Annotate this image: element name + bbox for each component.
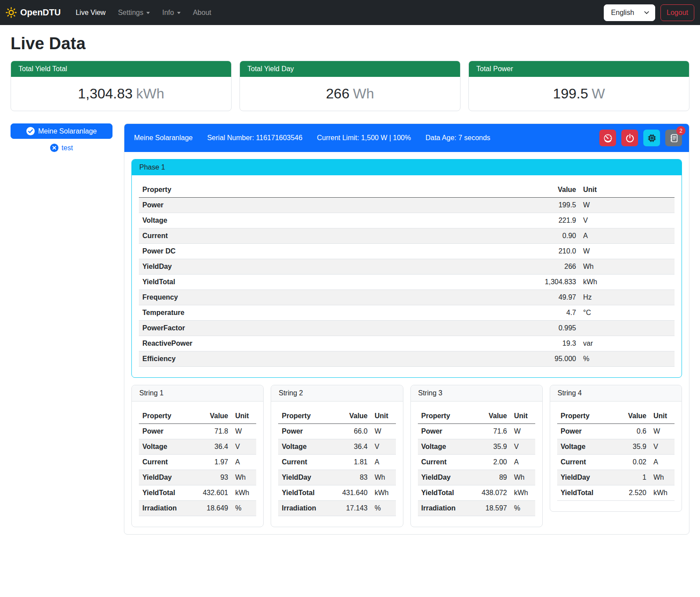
string-card-title: String 1 — [132, 385, 263, 402]
column-header-value: Value — [191, 409, 232, 424]
property-cell: Power DC — [139, 244, 527, 259]
string-table: Property Value Unit Power71.6WVoltage35.… — [418, 409, 535, 516]
unit-cell: kWh — [580, 275, 675, 290]
value-cell: 95.000 — [527, 351, 580, 367]
table-row: Power66.0W — [278, 424, 395, 439]
unit-cell: V — [511, 439, 535, 455]
unit-cell: kWh — [650, 485, 675, 501]
table-row: Voltage36.4V — [139, 439, 256, 455]
table-row: YieldTotal2.520kWh — [557, 485, 675, 501]
column-header-property: Property — [278, 409, 330, 424]
power-control-button[interactable] — [621, 130, 638, 146]
inverter-select-button-test[interactable]: test — [11, 144, 112, 152]
property-cell: Temperature — [139, 305, 527, 321]
value-cell: 0.90 — [527, 228, 580, 244]
navbar-right: English Logout — [604, 4, 694, 21]
column-header-unit: Unit — [232, 409, 256, 424]
unit-cell: kWh — [371, 485, 396, 501]
nav-item-about[interactable]: About — [187, 5, 218, 20]
table-row: Irradiation18.649% — [139, 501, 256, 516]
unit-cell: V — [580, 213, 675, 228]
property-cell: Power — [139, 424, 191, 439]
brand[interactable]: OpenDTU — [6, 7, 61, 18]
property-cell: Voltage — [139, 439, 191, 455]
table-row: YieldTotal438.072kWh — [418, 485, 535, 501]
unit-cell: °C — [580, 305, 675, 321]
table-header-row: Property Value Unit — [139, 182, 675, 198]
value-cell: 431.640 — [331, 485, 371, 501]
table-row: Current1.81A — [278, 455, 395, 470]
string-card-title: String 3 — [411, 385, 542, 402]
property-cell: Current — [557, 455, 609, 470]
summary-card-body: 266Wh — [240, 77, 460, 111]
limit-settings-button[interactable] — [599, 130, 616, 146]
inverter-panel-body: Phase 1 Property Value Unit Power199.5WV… — [124, 152, 689, 534]
top-navbar: OpenDTU Live View Settings Info About En… — [0, 0, 700, 25]
summary-card-title: Total Power — [469, 61, 689, 77]
value-cell: 71.6 — [470, 424, 511, 439]
unit-cell: Wh — [650, 470, 675, 485]
inverter-name-label: Meine Solaranlage — [38, 127, 97, 135]
table-row: Power199.5W — [139, 198, 675, 213]
summary-unit: kWh — [136, 86, 164, 101]
device-info-button[interactable] — [643, 130, 660, 146]
unit-cell: % — [371, 501, 396, 516]
unit-cell: A — [580, 228, 675, 244]
nav-item-settings[interactable]: Settings — [112, 5, 156, 20]
table-row: Current0.90A — [139, 228, 675, 244]
unit-cell: W — [371, 424, 396, 439]
string-card-title: String 4 — [550, 385, 682, 402]
property-cell: YieldTotal — [139, 485, 191, 501]
column-header-property: Property — [139, 409, 191, 424]
nav-item-info[interactable]: Info — [156, 5, 187, 20]
table-header-row: Property Value Unit — [557, 409, 675, 424]
property-cell: YieldDay — [139, 259, 527, 275]
property-cell: Efficiency — [139, 351, 527, 367]
table-row: YieldDay93Wh — [139, 470, 256, 485]
property-cell: YieldTotal — [557, 485, 609, 501]
power-icon — [625, 134, 635, 143]
value-cell: 0.995 — [527, 321, 580, 336]
inverter-name-label: test — [62, 144, 73, 152]
inverter-select-button-selected[interactable]: Meine Solaranlage — [11, 123, 112, 139]
language-select[interactable]: English — [604, 4, 655, 21]
nav-links: Live View Settings Info About — [69, 5, 218, 20]
brand-label: OpenDTU — [20, 7, 61, 18]
property-cell: Power — [278, 424, 330, 439]
value-cell: 17.143 — [331, 501, 371, 516]
event-count-badge: 2 — [676, 126, 685, 135]
event-log-button[interactable]: 2 — [665, 130, 682, 146]
unit-cell — [580, 321, 675, 336]
table-row: Frequency49.97Hz — [139, 290, 675, 305]
logout-button[interactable]: Logout — [660, 4, 694, 21]
value-cell: 1.97 — [191, 455, 232, 470]
unit-cell: W — [580, 198, 675, 213]
property-cell: Voltage — [278, 439, 330, 455]
summary-cards-row: Total Yield Total 1,304.83kWh Total Yiel… — [11, 61, 689, 111]
table-row: YieldDay89Wh — [418, 470, 535, 485]
table-row: YieldDay1Wh — [557, 470, 675, 485]
nav-item-live-view[interactable]: Live View — [69, 5, 112, 20]
property-cell: YieldDay — [139, 470, 191, 485]
table-row: YieldTotal432.601kWh — [139, 485, 256, 501]
value-cell: 89 — [470, 470, 511, 485]
unit-cell: Wh — [371, 470, 396, 485]
unit-cell: W — [650, 424, 675, 439]
value-cell: 71.8 — [191, 424, 232, 439]
property-cell: Irradiation — [418, 501, 470, 516]
journal-text-icon — [669, 134, 678, 143]
table-row: Power71.6W — [418, 424, 535, 439]
table-row: YieldDay83Wh — [278, 470, 395, 485]
property-cell: Voltage — [557, 439, 609, 455]
summary-value: 199.5 — [553, 86, 588, 101]
unit-cell: A — [371, 455, 396, 470]
nav-item-label: Info — [162, 9, 174, 17]
unit-cell: var — [580, 336, 675, 351]
column-header-value: Value — [527, 182, 580, 198]
table-row: YieldTotal431.640kWh — [278, 485, 395, 501]
table-row: PowerFactor0.995 — [139, 321, 675, 336]
string-card: String 4 Property Value Unit Power0.6WVo… — [550, 385, 682, 512]
table-row: YieldTotal1,304.833kWh — [139, 275, 675, 290]
unit-cell: % — [580, 351, 675, 367]
value-cell: 36.4 — [331, 439, 371, 455]
